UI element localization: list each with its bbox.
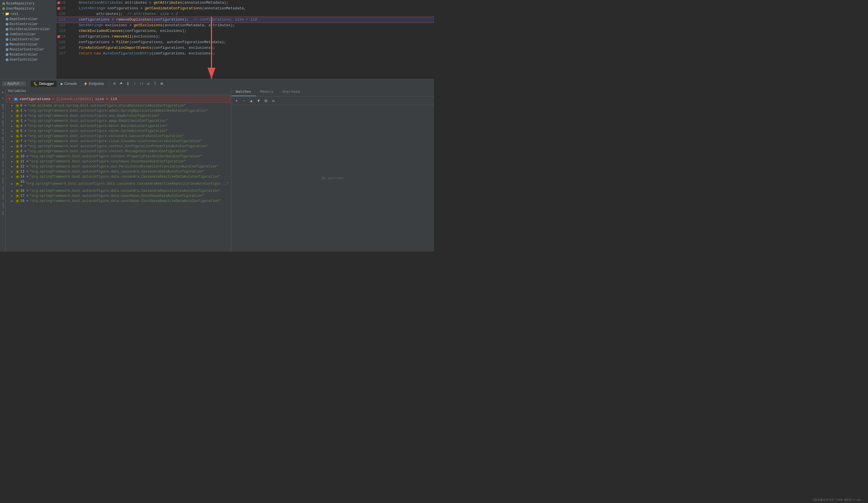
filter-button[interactable]: ⊘ <box>1 96 5 101</box>
side-label-6: proc <box>1 146 4 152</box>
tree-item-role-repository[interactable]: RoleRepository <box>0 1 56 6</box>
tab-memory[interactable]: Memory <box>256 88 278 96</box>
toolbar-icon-grid[interactable]: ⊞ <box>159 81 165 86</box>
var-item-10[interactable]: ▶ ≡ 10 = "org.springframework.boot.autoc… <box>6 154 231 159</box>
var-item-0[interactable]: ▶ ≡ 0 = "com.alibaba.druid.spring.boot.a… <box>6 103 231 108</box>
var-header-configurations[interactable]: ▼ ≡ configurations = {LinkedList@4263} s… <box>6 96 230 103</box>
tree-item-rest[interactable]: ▼ 📁 rest <box>0 11 56 17</box>
item-index-12: 12 = <box>20 165 29 169</box>
debugger-tab-label: Debugger <box>39 82 54 86</box>
toolbar-icon-mute[interactable]: ⤴ <box>152 81 158 86</box>
code-line-119: 119 List<String> configurations = getCan… <box>56 6 434 11</box>
tree-item-user-controller[interactable]: UserController <box>0 57 56 62</box>
add-watch-button[interactable]: + <box>234 97 240 104</box>
tab-watches[interactable]: Watches <box>231 88 256 96</box>
line-content-126: fireAutoConfigurationImportEvents(config… <box>68 45 434 51</box>
expand-icon-18: ▶ <box>11 199 15 203</box>
var-item-5[interactable]: ▶ ≡ 5 = "org.springframework.boot.autoco… <box>6 128 231 134</box>
var-item-4[interactable]: ▶ ≡ 4 = "org.springframework.boot.autoco… <box>6 124 231 128</box>
role-repository-icon <box>2 2 5 5</box>
watch-down-button[interactable]: ▼ <box>256 97 262 104</box>
item-value-7: "org.springframework.boot.autoconfigure.… <box>28 139 202 143</box>
watch-up-button[interactable]: ▲ <box>248 97 254 104</box>
item-type-icon-15: ≡ <box>16 182 19 186</box>
code-line-123: 123 checkExcludedClasses(configurations,… <box>56 28 434 34</box>
item-value-6: "org.springframework.boot.autoconfigure.… <box>28 134 184 138</box>
watch-loop-button[interactable]: ∞ <box>270 97 276 104</box>
toolbar-icon-step-over[interactable] <box>118 81 124 86</box>
var-type-icon: ≡ <box>14 97 18 101</box>
expand-all-button[interactable]: ▼ <box>1 90 5 95</box>
apprun-tab[interactable]: ▶ AppRun × <box>2 81 26 86</box>
toolbar-icon-step-out[interactable]: ↑ <box>132 81 138 86</box>
endpoints-tab-icon: ⚡ <box>83 82 88 86</box>
tree-item-label: DeptController <box>10 17 38 21</box>
tree-item-role-controller[interactable]: RoleController <box>0 52 56 57</box>
var-item-18[interactable]: ▶ ≡ 18 = "org.springframework.boot.autoc… <box>6 199 231 203</box>
line-number-125: 125 <box>56 40 68 45</box>
endpoints-tab[interactable]: ⚡ Endpoints <box>81 81 106 87</box>
monitor-controller-icon <box>6 48 9 51</box>
tree-item-menu-controller[interactable]: MenuController <box>0 42 56 47</box>
tree-item-user-repository[interactable]: UserRepository <box>0 6 56 11</box>
dict-detail-controller-icon <box>6 28 9 31</box>
code-line-121: 121 configurations = removeDuplicates(co… <box>56 17 434 23</box>
item-index-6: 6 = <box>20 134 27 138</box>
item-value-17: "org.springframework.boot.autoconfigure.… <box>30 194 204 198</box>
remove-watch-button[interactable]: − <box>241 97 247 104</box>
menu-controller-icon <box>6 43 9 46</box>
side-label: get/ <box>1 104 4 110</box>
toolbar-icon-menu[interactable]: ≡ <box>112 81 117 86</box>
var-item-16[interactable]: ▶ ≡ 16 = "org.springframework.boot.autoc… <box>6 188 231 193</box>
item-value-0: "com.alibaba.druid.spring.boot.autoconfi… <box>28 104 186 108</box>
toolbar-icon-step-into[interactable] <box>125 81 131 86</box>
watch-copy-button[interactable]: ⧉ <box>263 97 269 104</box>
var-item-9[interactable]: ▶ ≡ 9 = "org.springframework.boot.autoco… <box>6 149 231 154</box>
item-index-14: 14 = <box>20 175 29 179</box>
line-number-124: 124 <box>56 34 68 40</box>
variables-body[interactable]: ▼ ≡ configurations = {LinkedList@4263} s… <box>6 94 231 251</box>
tree-item-dept-controller[interactable]: DeptController <box>0 17 56 22</box>
code-editor: 118 AnnotationAttributes attributes = ge… <box>56 0 434 79</box>
line-number-126: 126 <box>56 45 68 51</box>
var-item-3[interactable]: ▶ ≡ 3 = "org.springframework.boot.autoco… <box>6 118 231 124</box>
var-item-15[interactable]: ▶ ≡ 15 = "org.springframework.boot.autoc… <box>6 179 231 188</box>
tree-item-dict-detail-controller[interactable]: DictDetailController <box>0 27 56 32</box>
var-item-6[interactable]: ▶ ≡ 6 = "org.springframework.boot.autoco… <box>6 134 231 139</box>
tree-item-dict-controller[interactable]: DictController <box>0 22 56 27</box>
toolbar-icon-reset[interactable]: ↺ <box>145 81 151 86</box>
item-value-18: "org.springframework.boot.autoconfigure.… <box>30 199 220 203</box>
side-label-3: getI <box>1 120 4 127</box>
line-number-121: 121 <box>56 17 68 23</box>
console-tab[interactable]: ▶ Console <box>58 81 80 87</box>
var-item-8[interactable]: ▶ ≡ 8 = "org.springframework.boot.autoco… <box>6 144 231 149</box>
job-controller-icon <box>6 33 9 36</box>
tree-item-job-controller[interactable]: JobController <box>0 32 56 37</box>
apprun-close[interactable]: × <box>22 82 24 86</box>
code-line-120: 120 attributes); // attributes: size = 2 <box>56 11 434 17</box>
item-value-11: "org.springframework.boot.autoconfigure.… <box>30 160 186 164</box>
tab-overhead[interactable]: Overhead <box>278 88 304 96</box>
var-item-2[interactable]: ▶ ≡ 2 = "org.springframework.boot.autoco… <box>6 113 231 118</box>
tree-item-monitor-controller[interactable]: MonitorController <box>0 47 56 52</box>
var-item-13[interactable]: ▶ ≡ 13 = "org.springframework.boot.autoc… <box>6 169 231 174</box>
variables-header: Variables <box>6 88 231 94</box>
console-tab-label: Console <box>64 82 77 86</box>
var-item-11[interactable]: ▶ ≡ 11 = "org.springframework.boot.autoc… <box>6 159 231 164</box>
toolbar-icon-run-cursor[interactable]: ↑↑ <box>139 81 144 86</box>
var-item-17[interactable]: ▶ ≡ 17 = "org.springframework.boot.autoc… <box>6 193 231 199</box>
line-content-124: configurations.removeAll(exclusions); <box>68 34 434 40</box>
tree-item-limit-controller[interactable]: LimitController <box>0 37 56 42</box>
var-item-12[interactable]: ▶ ≡ 12 = "org.springframework.boot.autoc… <box>6 164 231 169</box>
code-line-126: 126 fireAutoConfigurationImportEvents(co… <box>56 45 434 51</box>
item-index-17: 17 = <box>20 194 29 198</box>
var-item-7[interactable]: ▶ ≡ 7 = "org.springframework.boot.autoco… <box>6 139 231 144</box>
item-index-0: 0 = <box>20 104 27 108</box>
item-type-icon-14: ≡ <box>16 175 19 178</box>
debugger-tab[interactable]: 🐛 Debugger <box>31 81 57 87</box>
var-item-14[interactable]: ▶ ≡ 14 = "org.springframework.boot.autoc… <box>6 174 231 179</box>
var-item-1[interactable]: ▶ ≡ 1 = "org.springframework.boot.autoco… <box>6 108 231 113</box>
no-watches-label: No watches <box>321 176 343 180</box>
code-area: RoleRepository UserRepository ▼ 📁 rest D… <box>0 0 434 79</box>
line-content-118: AnnotationAttributes attributes = getAtt… <box>68 0 434 6</box>
